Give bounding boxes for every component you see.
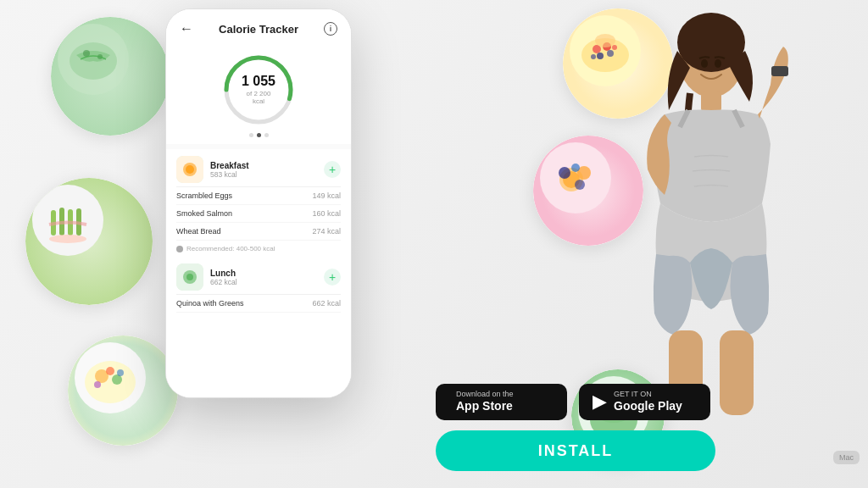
svg-point-46 (186, 274, 193, 280)
breakfast-info: Breakfast 583 kcal (176, 156, 249, 183)
svg-point-14 (106, 367, 114, 375)
food-kcal-bread: 274 kcal (312, 227, 341, 236)
svg-rect-49 (701, 92, 721, 113)
mac-badge: Mac (833, 451, 860, 464)
dot-2 (257, 133, 261, 137)
lunch-header: Lunch 662 kcal + (176, 257, 341, 295)
google-play-icon: ▶ (593, 391, 607, 413)
dot-1 (249, 133, 253, 137)
plate-bowl (68, 336, 178, 446)
install-button[interactable]: INSTALL (436, 430, 715, 471)
google-play-text: GET IT ON Google Play (614, 391, 682, 413)
back-icon[interactable]: ← (180, 21, 193, 36)
lunch-add-button[interactable]: + (324, 269, 341, 286)
app-store-text: Download on the App Store (456, 391, 514, 413)
food-kcal-eggs: 149 kcal (312, 191, 341, 200)
svg-point-9 (49, 235, 86, 243)
app-store-buttons: Download on the App Store ▶ GET IT ON Go… (436, 384, 710, 420)
meal-section: Breakfast 583 kcal + Scrambled Eggs 149 … (166, 149, 351, 397)
food-item-eggs: Scrambled Eggs 149 kcal (176, 187, 341, 205)
google-play-small-text: GET IT ON (614, 391, 682, 398)
mac-badge-text: Mac (839, 453, 854, 462)
app-store-button[interactable]: Download on the App Store (436, 384, 567, 420)
breakfast-header: Breakfast 583 kcal + (176, 149, 341, 187)
phone-mockup: ← Calorie Tracker i 1 055 of 2 200 kcal (165, 8, 352, 398)
lunch-kcal: 662 kcal (210, 278, 237, 286)
calorie-circle-container: 1 055 of 2 200 kcal (166, 43, 351, 144)
lunch-name: Lunch (210, 269, 237, 278)
calorie-circle: 1 055 of 2 200 kcal (220, 52, 297, 128)
breakfast-add-button[interactable]: + (324, 161, 341, 178)
plate-pasta (51, 17, 170, 136)
calorie-total: of 2 200 kcal (240, 90, 278, 105)
food-kcal-quinoa: 662 kcal (312, 299, 341, 308)
breakfast-recommendation: Recommended: 400-500 kcal (176, 241, 341, 257)
svg-point-54 (715, 59, 721, 68)
rec-dot (176, 246, 183, 252)
svg-rect-52 (771, 66, 788, 76)
app-store-small-text: Download on the (456, 391, 514, 398)
food-item-quinoa: Quinoa with Greens 662 kcal (176, 295, 341, 313)
breakfast-icon (176, 156, 203, 183)
breakfast-kcal: 583 kcal (210, 170, 249, 179)
google-play-large-text: Google Play (614, 398, 682, 413)
svg-rect-51 (720, 330, 754, 415)
info-icon[interactable]: i (324, 22, 337, 36)
asparagus-food (25, 178, 153, 305)
install-label: INSTALL (538, 442, 614, 460)
bowl-food (68, 336, 178, 446)
lunch-text: Lunch 662 kcal (210, 269, 237, 286)
calorie-center: 1 055 of 2 200 kcal (240, 75, 278, 105)
food-kcal-salmon: 160 kcal (312, 209, 341, 218)
google-play-button[interactable]: ▶ GET IT ON Google Play (579, 384, 710, 420)
right-section: Download on the App Store ▶ GET IT ON Go… (427, 0, 868, 488)
phone-header: ← Calorie Tracker i (166, 9, 351, 43)
food-item-bread: Wheat Bread 274 kcal (176, 223, 341, 241)
phone-screen: ← Calorie Tracker i 1 055 of 2 200 kcal (166, 9, 351, 397)
lunch-info: Lunch 662 kcal (176, 263, 237, 291)
breakfast-text: Breakfast 583 kcal (210, 161, 249, 179)
svg-point-43 (186, 165, 194, 174)
app-store-large-text: App Store (456, 398, 514, 413)
food-name-eggs: Scrambled Eggs (176, 191, 232, 200)
rec-text: Recommended: 400-500 kcal (186, 245, 275, 252)
lunch-icon (176, 263, 203, 291)
svg-point-15 (94, 381, 101, 388)
dot-3 (264, 133, 269, 137)
food-name-salmon: Smoked Salmon (176, 209, 232, 218)
food-name-bread: Wheat Bread (176, 227, 221, 236)
pasta-food (51, 17, 170, 136)
pagination-dots (249, 133, 269, 137)
food-item-salmon: Smoked Salmon 160 kcal (176, 205, 341, 223)
food-name-quinoa: Quinoa with Greens (176, 299, 244, 308)
plate-asparagus (25, 178, 153, 305)
svg-point-16 (117, 369, 124, 376)
breakfast-name: Breakfast (210, 161, 249, 170)
calorie-number: 1 055 (240, 75, 278, 88)
svg-point-53 (701, 59, 708, 68)
phone-title: Calorie Tracker (219, 23, 298, 36)
